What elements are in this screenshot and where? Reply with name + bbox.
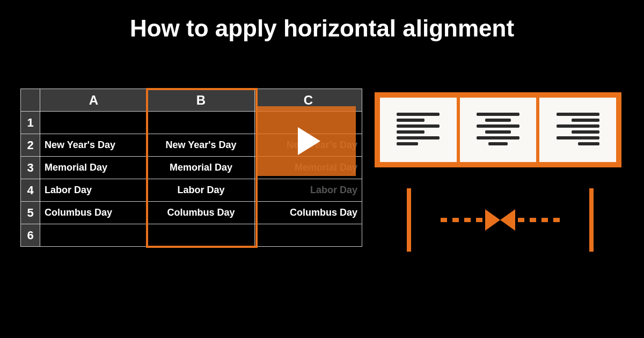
cell-b1[interactable] [148,112,255,134]
row-header-1[interactable]: 1 [21,112,40,134]
row-header-4[interactable]: 4 [21,179,40,202]
cell-b5[interactable]: Columbus Day [148,202,255,224]
diagram-left-bar [407,188,411,252]
align-left-button[interactable] [380,98,457,162]
column-header-b[interactable]: B [148,89,255,112]
cell-a4[interactable]: Labor Day [40,179,148,202]
play-button[interactable] [257,106,356,176]
cell-b3[interactable]: Memorial Day [148,157,255,179]
align-left-icon [397,113,440,147]
cell-a5[interactable]: Columbus Day [40,202,148,224]
row-header-3[interactable]: 3 [21,157,40,179]
cell-a3[interactable]: Memorial Day [40,157,148,179]
play-icon [298,127,320,155]
cell-c5[interactable]: Columbus Day [255,202,362,224]
align-right-icon [557,113,599,147]
column-header-a[interactable]: A [40,89,148,112]
row-header-2[interactable]: 2 [21,134,40,157]
cell-b6[interactable] [148,224,255,247]
arrow-left-icon [500,209,515,231]
cell-c6[interactable] [255,224,362,247]
cell-b2[interactable]: New Year's Day [148,134,255,157]
page-title: How to apply horizontal alignment [0,0,644,42]
diagram-right-bar [589,188,594,252]
row-header-5[interactable]: 5 [21,202,40,224]
align-center-button[interactable] [460,98,537,162]
cell-a6[interactable] [40,224,148,247]
table-corner [21,89,40,112]
cell-b4[interactable]: Labor Day [148,179,255,202]
cell-c4[interactable]: Labor Day [255,179,362,202]
arrow-right-icon [485,209,500,231]
align-right-button[interactable] [539,98,616,162]
cell-a2[interactable]: New Year's Day [40,134,148,157]
diagram-arrows [438,209,562,231]
cell-a1[interactable] [40,112,148,134]
align-center-icon [477,113,519,147]
center-alignment-diagram [407,188,594,252]
alignment-toolbar [375,92,621,167]
row-header-6[interactable]: 6 [21,224,40,247]
